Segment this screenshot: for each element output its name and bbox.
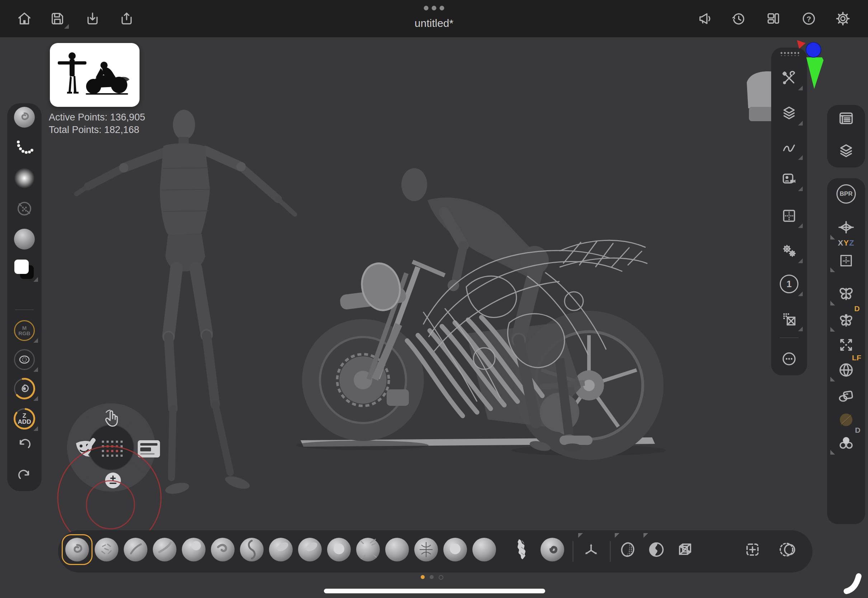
bpr-render-button[interactable]: BPR (835, 183, 857, 205)
brush-detail-icon (269, 538, 293, 561)
brush-flat-top[interactable] (327, 538, 351, 561)
floor-grid-button[interactable] (835, 217, 857, 239)
brush-polish-flat[interactable] (443, 538, 467, 561)
floor-grid-icon (837, 219, 855, 237)
layer-stack-button[interactable] (835, 141, 857, 162)
right-edge-dock: BPR XYZ D (827, 178, 865, 524)
stroke-type-button[interactable] (13, 137, 35, 158)
canvas-frame-button[interactable] (778, 205, 800, 227)
butterfly-pin-icon (837, 311, 856, 329)
dock-divider (780, 337, 798, 338)
layers-icon (780, 105, 798, 122)
axis-x-cone[interactable] (797, 40, 805, 49)
settings-gears-button[interactable] (778, 240, 800, 262)
camera-axis-gizmo[interactable] (789, 36, 832, 97)
mirror-wings-button[interactable] (835, 283, 857, 305)
navigation-wheel[interactable] (21, 386, 208, 555)
axis-z-sphere[interactable] (806, 42, 821, 57)
globe-icon (837, 361, 855, 379)
rotate-canvas-button[interactable] (835, 385, 857, 407)
brush-crease-cut[interactable] (124, 538, 147, 561)
gizmo-3d-button[interactable] (580, 539, 602, 561)
motorcycle-model[interactable] (302, 168, 663, 460)
frame-view-button[interactable] (835, 334, 857, 356)
brush-scoop-cut-a[interactable] (269, 538, 293, 561)
lf-badge: LF (852, 353, 861, 362)
focal-shift-button[interactable] (13, 378, 35, 399)
brush-yin-curve[interactable] (240, 538, 263, 561)
dock-divider (15, 309, 34, 310)
layout-button[interactable] (765, 10, 782, 27)
axis-y-cone[interactable] (806, 57, 823, 89)
pager-dot-1[interactable] (430, 575, 434, 579)
step-one-button[interactable]: 1 (778, 273, 800, 295)
wire-box-button[interactable] (674, 539, 696, 561)
lasso-circle-button[interactable] (777, 539, 798, 561)
brush-double-bump[interactable] (182, 538, 205, 561)
select-lasso-button[interactable] (646, 539, 667, 561)
uv-map-button[interactable] (778, 308, 800, 330)
brush-rough-buildup[interactable] (95, 538, 118, 561)
mirror-pin-button[interactable]: D (835, 309, 857, 331)
brush-detail-icon (414, 538, 438, 561)
brush-wave-ridge[interactable] (509, 538, 533, 561)
brush-snake-hook[interactable] (356, 538, 380, 561)
document-title[interactable]: untitled* (415, 17, 453, 29)
add-selection-button[interactable] (742, 539, 763, 561)
color-swatch-button[interactable] (13, 259, 35, 280)
history-icon (730, 10, 747, 27)
mask-brush-button[interactable] (617, 539, 639, 561)
subtool-button[interactable] (778, 103, 800, 124)
pager-dot-0[interactable] (421, 575, 425, 579)
announcements-button[interactable] (697, 10, 714, 27)
symmetry-xyz-button[interactable]: XYZ (835, 250, 857, 271)
gizmo-clover-button[interactable]: D (835, 432, 857, 454)
layer-stack-icon (837, 142, 855, 160)
redo-button[interactable] (13, 466, 35, 487)
brush-clay-swirl[interactable] (65, 538, 89, 561)
brush-preview-button[interactable] (13, 106, 35, 128)
focal-shift-icon (14, 378, 35, 399)
pager-dot-2[interactable] (438, 575, 443, 580)
brush-wave-icon (509, 538, 533, 561)
brush-pager[interactable] (421, 575, 443, 580)
paint-mode-icon: MRGB (14, 320, 35, 341)
brush-spiral-shell[interactable] (540, 538, 564, 561)
rgb-intensity-button[interactable] (13, 349, 35, 370)
sculpt-mode-button[interactable]: ZADD (13, 408, 35, 429)
brush-smooth-egg[interactable] (385, 538, 409, 561)
multitask-dots-icon[interactable] (424, 6, 444, 10)
stroke-settings-button[interactable] (778, 137, 800, 158)
paint-mode-button[interactable]: MRGB (13, 320, 35, 341)
left-tool-dock: MRGB (7, 103, 42, 491)
brush-detail-icon (356, 538, 380, 561)
more-options-button[interactable] (778, 348, 800, 369)
history-button[interactable] (730, 10, 747, 27)
brush-wire-sphere[interactable] (414, 538, 438, 561)
brush-smooth-sphere[interactable] (472, 538, 496, 561)
panel-browser-button[interactable] (835, 108, 857, 129)
material-button[interactable] (13, 229, 35, 250)
undo-button[interactable] (13, 435, 35, 456)
scene-camera-button[interactable] (778, 168, 800, 190)
home-indicator[interactable] (324, 589, 545, 594)
brush-trim-curve[interactable] (153, 538, 177, 561)
right-edge-top-dock (827, 105, 865, 167)
document-thumbnail[interactable] (50, 43, 139, 107)
local-frame-button[interactable]: LF (835, 359, 857, 381)
panel-browser-icon (837, 109, 855, 127)
perspective-off-button[interactable] (835, 409, 857, 431)
d-badge: D (855, 426, 861, 435)
alpha-button[interactable] (13, 167, 35, 189)
help-button[interactable]: ? (800, 10, 817, 27)
add-selection-icon (743, 540, 762, 559)
d-badge: D (855, 304, 860, 313)
settings-button[interactable] (834, 10, 852, 27)
brush-wave-swirl[interactable] (211, 538, 235, 561)
brush-scoop-cut-b[interactable] (298, 538, 322, 561)
canvas-frame-icon (780, 207, 798, 224)
panel-card-icon (138, 440, 160, 457)
thumbnail-preview (50, 43, 139, 107)
step-one-icon: 1 (780, 275, 798, 293)
texture-button[interactable] (13, 198, 35, 220)
